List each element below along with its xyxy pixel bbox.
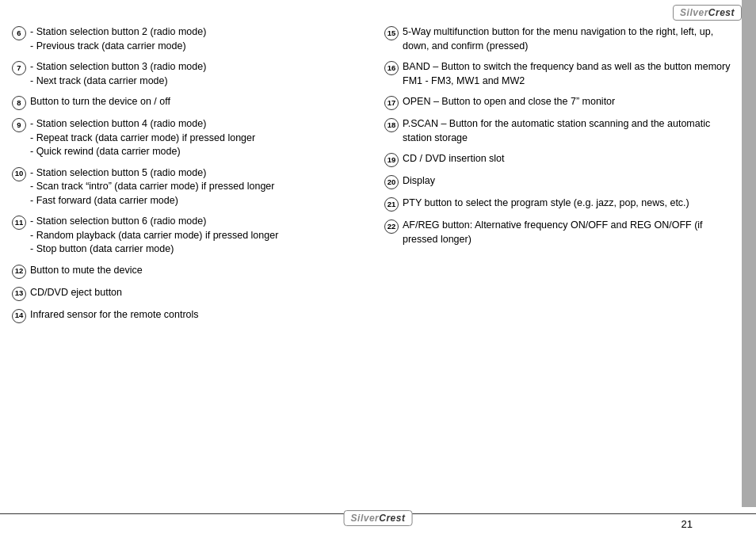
list-item: 12Button to mute the device	[8, 264, 365, 279]
item-number-badge: 10	[8, 167, 30, 181]
list-item: 14Infrared sensor for the remote control…	[8, 308, 365, 323]
item-description: - Station selection button 6 (radio mode…	[30, 215, 365, 257]
list-item: 10- Station selection button 5 (radio mo…	[8, 166, 365, 208]
item-number-badge: 6	[8, 26, 30, 40]
list-item: 13CD/DVD eject button	[8, 286, 365, 301]
page-container: SilverCrest 6- Station selection button …	[0, 0, 756, 534]
item-number-badge: 20	[380, 175, 403, 189]
circle-number: 14	[12, 309, 26, 323]
list-item: 155-Way multifunction button for the men…	[380, 25, 734, 53]
list-item: 6- Station selection button 2 (radio mod…	[8, 25, 365, 53]
item-number-badge: 15	[380, 26, 403, 40]
list-item: 11- Station selection button 6 (radio mo…	[8, 215, 365, 257]
item-description: Display	[403, 174, 734, 189]
item-description: PTY button to select the program style (…	[403, 196, 734, 211]
item-description: Infrared sensor for the remote controls	[30, 308, 365, 322]
main-content: 6- Station selection button 2 (radio mod…	[0, 22, 756, 513]
item-description: CD/DVD eject button	[30, 286, 365, 300]
item-number-badge: 7	[8, 61, 30, 75]
circle-number: 9	[12, 118, 26, 132]
item-description: Button to mute the device	[30, 264, 365, 278]
circle-number: 12	[12, 265, 26, 279]
item-description: CD / DVD insertion slot	[403, 152, 734, 166]
circle-number: 16	[384, 61, 399, 75]
item-number-badge: 19	[380, 153, 403, 167]
list-item: 7- Station selection button 3 (radio mod…	[8, 60, 365, 88]
circle-number: 17	[384, 96, 399, 110]
item-number-badge: 16	[380, 61, 403, 75]
circle-number: 10	[12, 167, 26, 181]
list-item: 21PTY button to select the program style…	[380, 196, 734, 212]
top-logo: SilverCrest	[673, 5, 742, 21]
item-number-badge: 18	[380, 118, 403, 132]
list-item: 20Display	[380, 174, 734, 189]
item-number-badge: 17	[380, 96, 403, 110]
right-column: 155-Way multifunction button for the men…	[372, 25, 734, 510]
item-description: BAND – Button to switch the frequency ba…	[403, 60, 734, 88]
item-description: OPEN – Button to open and close the 7” m…	[403, 95, 734, 109]
list-item: 8Button to turn the device on / off	[8, 95, 365, 110]
item-description: Button to turn the device on / off	[30, 95, 365, 109]
item-number-badge: 12	[8, 265, 30, 279]
item-description: - Station selection button 4 (radio mode…	[30, 117, 365, 159]
circle-number: 8	[12, 96, 26, 110]
item-number-badge: 8	[8, 96, 30, 110]
circle-number: 19	[384, 153, 399, 167]
circle-number: 15	[384, 26, 399, 40]
sidebar-bar	[742, 0, 756, 507]
top-bar: SilverCrest	[0, 0, 756, 22]
item-number-badge: 14	[8, 309, 30, 323]
item-description: 5-Way multifunction button for the menu …	[403, 25, 734, 53]
circle-number: 11	[12, 216, 26, 230]
item-number-badge: 11	[8, 216, 30, 230]
circle-number: 18	[384, 118, 399, 132]
bottom-bar: SilverCrest 21	[0, 513, 756, 534]
circle-number: 6	[12, 26, 26, 40]
item-description: - Station selection button 5 (radio mode…	[30, 166, 365, 208]
circle-number: 20	[384, 175, 399, 189]
item-number-badge: 13	[8, 287, 30, 301]
list-item: 17OPEN – Button to open and close the 7”…	[380, 95, 734, 110]
item-description: - Station selection button 3 (radio mode…	[30, 60, 365, 88]
list-item: 22AF/REG button: Alternative frequency O…	[380, 219, 734, 246]
list-item: 16BAND – Button to switch the frequency …	[380, 60, 734, 88]
list-item: 18P.SCAN – Button for the automatic stat…	[380, 117, 734, 145]
list-item: 19CD / DVD insertion slot	[380, 152, 734, 167]
circle-number: 7	[12, 61, 26, 75]
circle-number: 13	[12, 287, 26, 301]
item-description: AF/REG button: Alternative frequency ON/…	[403, 219, 734, 246]
item-description: P.SCAN – Button for the automatic statio…	[403, 117, 734, 145]
circle-number: 21	[384, 197, 399, 212]
item-number-badge: 21	[380, 197, 403, 212]
left-column: 6- Station selection button 2 (radio mod…	[8, 25, 372, 510]
page-number: 21	[682, 518, 708, 530]
item-number-badge: 9	[8, 118, 30, 132]
circle-number: 22	[384, 219, 399, 234]
list-item: 9- Station selection button 4 (radio mod…	[8, 117, 365, 159]
item-number-badge: 22	[380, 219, 403, 234]
item-description: - Station selection button 2 (radio mode…	[30, 25, 365, 53]
bottom-logo: SilverCrest	[344, 510, 413, 526]
bottom-logo-badge: SilverCrest	[344, 510, 413, 526]
